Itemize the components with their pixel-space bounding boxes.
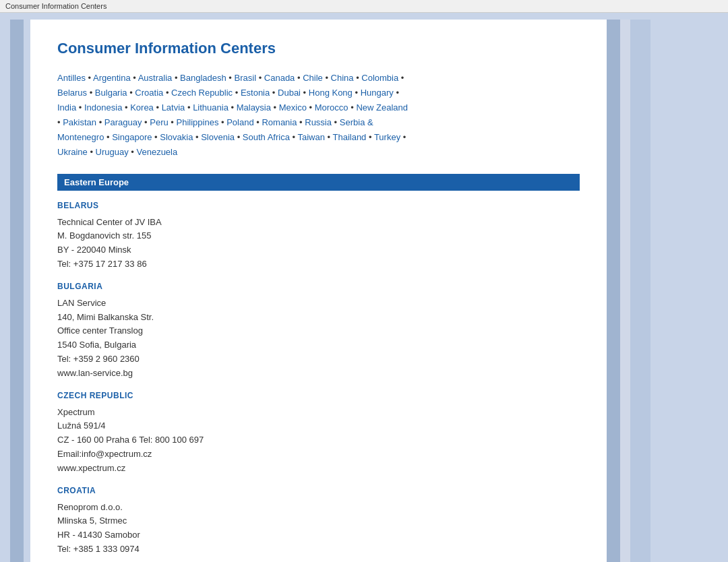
- link-slovakia[interactable]: Slovakia: [160, 132, 193, 142]
- page-title: Consumer Information Centers: [57, 40, 580, 57]
- link-indonesia[interactable]: Indonesia: [84, 102, 122, 113]
- link-belarus[interactable]: Belarus: [57, 88, 87, 98]
- country-heading-czech-republic: CZECH REPUBLIC: [57, 391, 580, 400]
- link-turkey[interactable]: Turkey: [374, 132, 400, 142]
- link-mexico[interactable]: Mexico: [279, 102, 307, 113]
- address-block-czech-republic: XpectrumLužná 591/4CZ - 160 00 Praha 6 T…: [57, 406, 580, 476]
- link-slovenia[interactable]: Slovenia: [201, 132, 235, 142]
- left-sidebar-inner: [10, 20, 24, 562]
- link-venezuela[interactable]: Venezuela: [137, 147, 178, 157]
- link-croatia[interactable]: Croatia: [135, 88, 163, 98]
- link-hongkong[interactable]: Hong Kong: [309, 88, 353, 98]
- address-block-bulgaria: LAN Service140, Mimi Balkanska Str.Offic…: [57, 296, 580, 381]
- link-china[interactable]: China: [331, 73, 354, 83]
- link-poland[interactable]: Poland: [226, 117, 253, 127]
- address-block-croatia: Renoprom d.o.o.Mlinska 5, StrmecHR - 414…: [57, 501, 580, 557]
- left-sidebar: [0, 20, 30, 562]
- countries-container: BELARUSTechnical Center of JV IBAM. Bogd…: [57, 201, 580, 557]
- link-lithuania[interactable]: Lithuania: [193, 102, 229, 113]
- link-southafrica[interactable]: South Africa: [243, 132, 290, 142]
- link-ukraine[interactable]: Ukraine: [57, 147, 88, 157]
- address-block-belarus: Technical Center of JV IBAM. Bogdanovich…: [57, 216, 580, 272]
- link-hungary[interactable]: Hungary: [361, 88, 394, 98]
- link-morocco[interactable]: Morocco: [315, 102, 348, 113]
- link-argentina[interactable]: Argentina: [93, 73, 131, 83]
- link-brasil[interactable]: Brasil: [235, 73, 257, 83]
- link-malaysia[interactable]: Malaysia: [237, 102, 271, 113]
- link-antilles[interactable]: Antilles: [57, 73, 86, 83]
- link-russia[interactable]: Russia: [305, 117, 332, 127]
- links-section: Antilles • Argentina • Australia • Bangl…: [57, 71, 580, 160]
- right-sidebar-right: [630, 20, 650, 562]
- scrollbar[interactable]: [620, 20, 630, 562]
- link-romania[interactable]: Romania: [262, 117, 297, 127]
- link-philippines[interactable]: Philippines: [177, 117, 219, 127]
- link-uruguay[interactable]: Uruguay: [96, 147, 129, 157]
- country-heading-croatia: CROATIA: [57, 486, 580, 495]
- title-bar-text: Consumer Information Centers: [5, 2, 107, 10]
- link-bangladesh[interactable]: Bangladesh: [180, 73, 226, 83]
- country-heading-bulgaria: BULGARIA: [57, 282, 580, 291]
- right-sidebar: [607, 20, 728, 562]
- link-newzealand[interactable]: New Zealand: [356, 102, 408, 113]
- link-serbia[interactable]: Serbia &: [340, 117, 373, 127]
- link-thailand[interactable]: Thailand: [332, 132, 366, 142]
- link-india[interactable]: India: [57, 102, 76, 113]
- right-sidebar-inner: [607, 20, 620, 562]
- link-czech-republic[interactable]: Czech Republic: [171, 88, 233, 98]
- link-peru[interactable]: Peru: [150, 117, 168, 127]
- section-header-eastern-europe: Eastern Europe: [57, 174, 580, 191]
- link-bulgaria[interactable]: Bulgaria: [95, 88, 127, 98]
- country-heading-belarus: BELARUS: [57, 201, 580, 210]
- link-chile[interactable]: Chile: [303, 73, 323, 83]
- link-montenegro[interactable]: Montenegro: [57, 132, 104, 142]
- link-taiwan[interactable]: Taiwan: [297, 132, 324, 142]
- main-content: Consumer Information Centers Antilles • …: [30, 20, 607, 562]
- page-wrapper: Consumer Information Centers Antilles • …: [0, 13, 728, 562]
- link-canada[interactable]: Canada: [264, 73, 295, 83]
- link-dubai[interactable]: Dubai: [278, 88, 301, 98]
- title-bar: Consumer Information Centers: [0, 0, 728, 13]
- link-estonia[interactable]: Estonia: [241, 88, 270, 98]
- link-latvia[interactable]: Latvia: [162, 102, 185, 113]
- link-korea[interactable]: Korea: [130, 102, 154, 113]
- link-singapore[interactable]: Singapore: [112, 132, 152, 142]
- link-australia[interactable]: Australia: [138, 73, 173, 83]
- link-paraguay[interactable]: Paraguay: [104, 117, 142, 127]
- link-colombia[interactable]: Colombia: [361, 73, 398, 83]
- link-pakistan[interactable]: Pakistan: [63, 117, 96, 127]
